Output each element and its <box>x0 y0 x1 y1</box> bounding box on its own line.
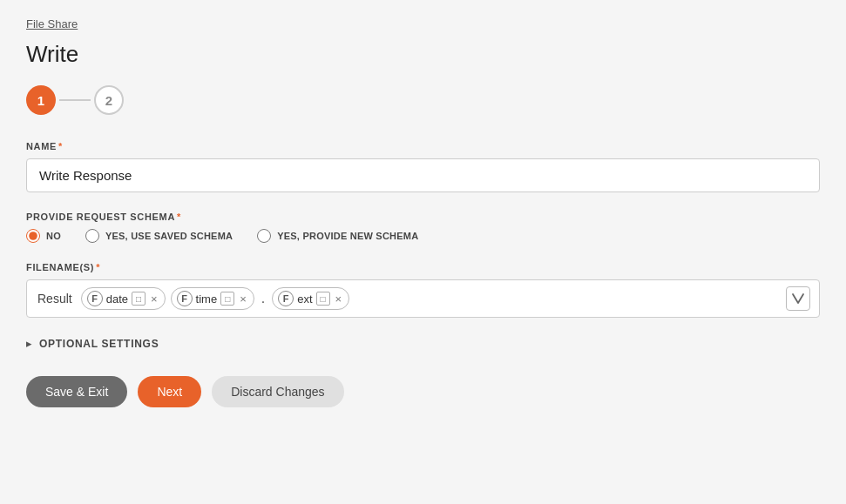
tag-date-box-icon: □ <box>132 292 146 306</box>
optional-label: OPTIONAL SETTINGS <box>39 338 159 350</box>
name-label: NAME* <box>26 141 820 151</box>
schema-required: * <box>177 212 181 222</box>
step-2-circle[interactable]: 2 <box>94 85 124 115</box>
radio-group: NO YES, USE SAVED SCHEMA YES, PROVIDE NE… <box>26 229 820 243</box>
radio-provide-new[interactable]: YES, PROVIDE NEW SCHEMA <box>257 229 418 243</box>
radio-provide-new-label: YES, PROVIDE NEW SCHEMA <box>277 231 418 241</box>
name-input[interactable] <box>26 158 820 192</box>
tag-ext-box-icon: □ <box>316 292 330 306</box>
tag-date-close[interactable]: × <box>151 292 158 306</box>
filename-box: Result F date □ × F time □ × . F ext □ <box>26 279 820 318</box>
schema-label: PROVIDE REQUEST SCHEMA* <box>26 212 820 222</box>
step-1-circle[interactable]: 1 <box>26 85 56 115</box>
radio-no-input[interactable] <box>26 229 40 243</box>
tag-date: F date □ × <box>81 287 166 310</box>
tag-ext-close[interactable]: × <box>335 292 342 306</box>
filename-label: FILENAME(S)* <box>26 262 820 272</box>
schema-section: PROVIDE REQUEST SCHEMA* NO YES, USE SAVE… <box>26 212 820 243</box>
page-title: Write <box>26 41 820 68</box>
tag-date-badge: F <box>87 291 103 306</box>
tag-time: F time □ × <box>171 287 254 310</box>
filename-v-icon[interactable] <box>786 286 810 311</box>
tag-time-box-icon: □ <box>220 292 234 306</box>
radio-use-saved[interactable]: YES, USE SAVED SCHEMA <box>85 229 233 243</box>
name-required: * <box>58 141 63 151</box>
tag-time-close[interactable]: × <box>240 292 247 306</box>
tag-ext: F ext □ × <box>272 287 349 310</box>
radio-use-saved-input[interactable] <box>85 229 99 243</box>
breadcrumb[interactable]: File Share <box>26 17 820 30</box>
radio-no[interactable]: NO <box>26 229 61 243</box>
tag-time-text: time <box>196 292 218 306</box>
filename-required: * <box>96 262 100 272</box>
save-exit-button[interactable]: Save & Exit <box>26 376 127 407</box>
actions-bar: Save & Exit Next Discard Changes <box>26 376 820 407</box>
page-container: File Share Write 1 2 NAME* PROVIDE REQUE… <box>0 0 846 504</box>
tag-time-badge: F <box>177 291 193 306</box>
filename-section: FILENAME(S)* Result F date □ × F time □ … <box>26 262 820 318</box>
chevron-right-icon: ▸ <box>26 337 32 350</box>
radio-use-saved-label: YES, USE SAVED SCHEMA <box>105 231 233 241</box>
stepper: 1 2 <box>26 85 820 115</box>
step-line <box>59 99 91 101</box>
radio-no-label: NO <box>46 231 61 241</box>
radio-provide-new-input[interactable] <box>257 229 271 243</box>
tag-ext-text: ext <box>297 292 312 306</box>
filename-static: Result <box>37 292 72 306</box>
discard-button[interactable]: Discard Changes <box>212 376 343 407</box>
next-button[interactable]: Next <box>138 376 201 407</box>
tag-date-text: date <box>106 292 128 306</box>
tag-ext-badge: F <box>278 291 294 306</box>
optional-section[interactable]: ▸ OPTIONAL SETTINGS <box>26 337 820 350</box>
dot-separator: . <box>261 291 265 306</box>
name-section: NAME* <box>26 141 820 192</box>
